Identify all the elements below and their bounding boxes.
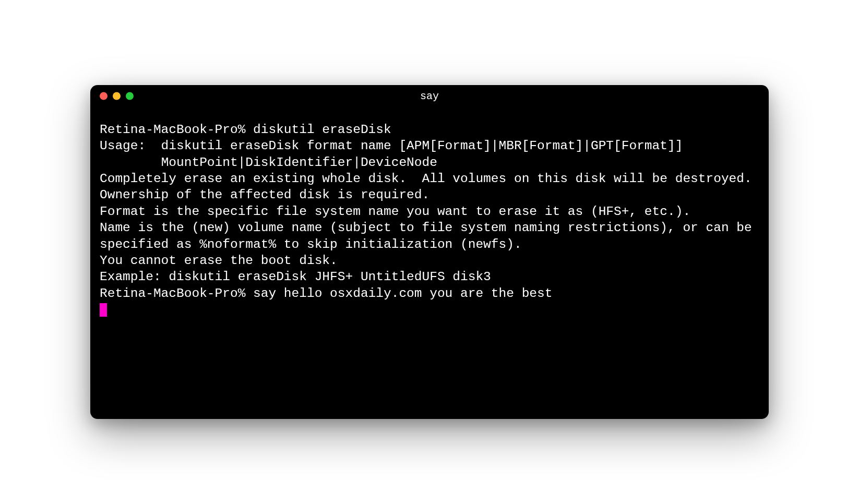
- terminal-line: MountPoint|DiskIdentifier|DeviceNode: [100, 155, 437, 170]
- terminal-body[interactable]: Retina-MacBook-Pro% diskutil eraseDisk U…: [90, 107, 769, 419]
- traffic-lights: [100, 92, 134, 100]
- terminal-line: Completely erase an existing whole disk.…: [100, 172, 767, 202]
- terminal-line: You cannot erase the boot disk.: [100, 254, 338, 268]
- terminal-line: Example: diskutil eraseDisk JHFS+ Untitl…: [100, 270, 491, 284]
- minimize-button[interactable]: [113, 92, 121, 100]
- cursor-line: [100, 302, 759, 318]
- terminal-line: Usage: diskutil eraseDisk format name [A…: [100, 139, 683, 153]
- close-button[interactable]: [100, 92, 108, 100]
- cursor-icon: [100, 303, 107, 317]
- zoom-button[interactable]: [126, 92, 134, 100]
- terminal-line: Name is the (new) volume name (subject t…: [100, 221, 759, 251]
- terminal-line: Retina-MacBook-Pro% say hello osxdaily.c…: [100, 286, 552, 301]
- window-title: say: [420, 90, 439, 102]
- title-bar: say: [90, 85, 769, 107]
- terminal-window: say Retina-MacBook-Pro% diskutil eraseDi…: [90, 85, 769, 419]
- terminal-line: Format is the specific file system name …: [100, 205, 690, 219]
- terminal-line: Retina-MacBook-Pro% diskutil eraseDisk: [100, 123, 391, 137]
